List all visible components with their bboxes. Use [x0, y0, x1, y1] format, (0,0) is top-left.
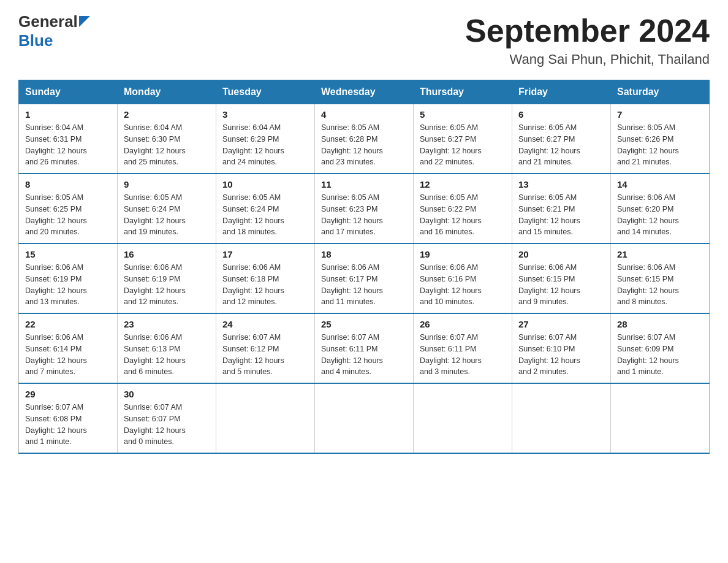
calendar-week-row: 1Sunrise: 6:04 AMSunset: 6:31 PMDaylight… — [19, 104, 710, 174]
day-number: 28 — [617, 319, 703, 329]
day-info: Sunrise: 6:06 AMSunset: 6:16 PMDaylight:… — [420, 262, 506, 308]
day-number: 17 — [222, 249, 308, 259]
day-number: 5 — [420, 109, 506, 120]
col-wednesday: Wednesday — [315, 80, 414, 104]
table-row: 24Sunrise: 6:07 AMSunset: 6:12 PMDayligh… — [216, 313, 315, 383]
day-number: 27 — [518, 319, 604, 329]
day-info: Sunrise: 6:05 AMSunset: 6:24 PMDaylight:… — [124, 192, 210, 238]
day-info: Sunrise: 6:07 AMSunset: 6:12 PMDaylight:… — [222, 332, 308, 378]
day-number: 19 — [420, 249, 506, 259]
day-number: 2 — [124, 109, 210, 120]
table-row: 4Sunrise: 6:05 AMSunset: 6:28 PMDaylight… — [315, 104, 414, 174]
table-row: 26Sunrise: 6:07 AMSunset: 6:11 PMDayligh… — [414, 313, 512, 383]
table-row: 8Sunrise: 6:05 AMSunset: 6:25 PMDaylight… — [19, 174, 118, 243]
svg-marker-0 — [79, 16, 90, 27]
day-info: Sunrise: 6:04 AMSunset: 6:30 PMDaylight:… — [124, 122, 210, 168]
col-friday: Friday — [512, 80, 611, 104]
day-number: 14 — [617, 179, 703, 190]
logo-triangle-icon — [79, 16, 90, 27]
day-info: Sunrise: 6:06 AMSunset: 6:18 PMDaylight:… — [222, 262, 308, 308]
calendar-week-row: 15Sunrise: 6:06 AMSunset: 6:19 PMDayligh… — [19, 243, 710, 313]
table-row: 16Sunrise: 6:06 AMSunset: 6:19 PMDayligh… — [118, 243, 216, 313]
table-row — [414, 383, 512, 453]
table-row: 23Sunrise: 6:06 AMSunset: 6:13 PMDayligh… — [118, 313, 216, 383]
day-info: Sunrise: 6:05 AMSunset: 6:27 PMDaylight:… — [518, 122, 604, 168]
day-info: Sunrise: 6:06 AMSunset: 6:13 PMDaylight:… — [124, 332, 210, 378]
day-info: Sunrise: 6:06 AMSunset: 6:19 PMDaylight:… — [25, 262, 111, 308]
table-row: 9Sunrise: 6:05 AMSunset: 6:24 PMDaylight… — [118, 174, 216, 243]
table-row: 11Sunrise: 6:05 AMSunset: 6:23 PMDayligh… — [315, 174, 414, 243]
table-row: 15Sunrise: 6:06 AMSunset: 6:19 PMDayligh… — [19, 243, 118, 313]
table-row: 21Sunrise: 6:06 AMSunset: 6:15 PMDayligh… — [611, 243, 710, 313]
day-info: Sunrise: 6:06 AMSunset: 6:15 PMDaylight:… — [518, 262, 604, 308]
day-number: 30 — [124, 389, 210, 399]
day-info: Sunrise: 6:05 AMSunset: 6:21 PMDaylight:… — [518, 192, 604, 238]
day-number: 9 — [124, 179, 210, 190]
logo: General Blue — [18, 12, 90, 50]
day-info: Sunrise: 6:05 AMSunset: 6:27 PMDaylight:… — [420, 122, 506, 168]
day-info: Sunrise: 6:05 AMSunset: 6:28 PMDaylight:… — [321, 122, 407, 168]
table-row — [216, 383, 315, 453]
table-row: 2Sunrise: 6:04 AMSunset: 6:30 PMDaylight… — [118, 104, 216, 174]
day-number: 29 — [25, 389, 111, 399]
day-info: Sunrise: 6:05 AMSunset: 6:26 PMDaylight:… — [617, 122, 703, 168]
table-row: 29Sunrise: 6:07 AMSunset: 6:08 PMDayligh… — [19, 383, 118, 453]
table-row: 25Sunrise: 6:07 AMSunset: 6:11 PMDayligh… — [315, 313, 414, 383]
table-row: 28Sunrise: 6:07 AMSunset: 6:09 PMDayligh… — [611, 313, 710, 383]
table-row — [512, 383, 611, 453]
col-sunday: Sunday — [19, 80, 118, 104]
day-info: Sunrise: 6:06 AMSunset: 6:19 PMDaylight:… — [124, 262, 210, 308]
col-monday: Monday — [118, 80, 216, 104]
day-number: 25 — [321, 319, 407, 329]
table-row: 17Sunrise: 6:06 AMSunset: 6:18 PMDayligh… — [216, 243, 315, 313]
table-row: 6Sunrise: 6:05 AMSunset: 6:27 PMDaylight… — [512, 104, 611, 174]
day-number: 3 — [222, 109, 308, 120]
calendar-week-row: 8Sunrise: 6:05 AMSunset: 6:25 PMDaylight… — [19, 174, 710, 243]
table-row: 1Sunrise: 6:04 AMSunset: 6:31 PMDaylight… — [19, 104, 118, 174]
table-row: 19Sunrise: 6:06 AMSunset: 6:16 PMDayligh… — [414, 243, 512, 313]
day-info: Sunrise: 6:07 AMSunset: 6:11 PMDaylight:… — [420, 332, 506, 378]
day-info: Sunrise: 6:07 AMSunset: 6:07 PMDaylight:… — [124, 402, 210, 448]
table-row: 13Sunrise: 6:05 AMSunset: 6:21 PMDayligh… — [512, 174, 611, 243]
calendar-subtitle: Wang Sai Phun, Phichit, Thailand — [465, 52, 710, 67]
day-info: Sunrise: 6:06 AMSunset: 6:15 PMDaylight:… — [617, 262, 703, 308]
table-row: 27Sunrise: 6:07 AMSunset: 6:10 PMDayligh… — [512, 313, 611, 383]
day-info: Sunrise: 6:05 AMSunset: 6:25 PMDaylight:… — [25, 192, 111, 238]
day-number: 10 — [222, 179, 308, 190]
day-info: Sunrise: 6:07 AMSunset: 6:11 PMDaylight:… — [321, 332, 407, 378]
table-row: 14Sunrise: 6:06 AMSunset: 6:20 PMDayligh… — [611, 174, 710, 243]
calendar-table: Sunday Monday Tuesday Wednesday Thursday… — [18, 80, 710, 454]
table-row: 7Sunrise: 6:05 AMSunset: 6:26 PMDaylight… — [611, 104, 710, 174]
calendar-header-row: Sunday Monday Tuesday Wednesday Thursday… — [19, 80, 710, 104]
day-number: 16 — [124, 249, 210, 259]
day-info: Sunrise: 6:04 AMSunset: 6:29 PMDaylight:… — [222, 122, 308, 168]
day-number: 18 — [321, 249, 407, 259]
table-row: 12Sunrise: 6:05 AMSunset: 6:22 PMDayligh… — [414, 174, 512, 243]
table-row: 5Sunrise: 6:05 AMSunset: 6:27 PMDaylight… — [414, 104, 512, 174]
table-row: 22Sunrise: 6:06 AMSunset: 6:14 PMDayligh… — [19, 313, 118, 383]
table-row: 10Sunrise: 6:05 AMSunset: 6:24 PMDayligh… — [216, 174, 315, 243]
table-row: 30Sunrise: 6:07 AMSunset: 6:07 PMDayligh… — [118, 383, 216, 453]
day-number: 13 — [518, 179, 604, 190]
table-row — [315, 383, 414, 453]
day-info: Sunrise: 6:06 AMSunset: 6:14 PMDaylight:… — [25, 332, 111, 378]
title-area: September 2024 Wang Sai Phun, Phichit, T… — [465, 12, 710, 67]
day-info: Sunrise: 6:05 AMSunset: 6:22 PMDaylight:… — [420, 192, 506, 238]
day-number: 20 — [518, 249, 604, 259]
col-saturday: Saturday — [611, 80, 710, 104]
logo-general: General — [18, 12, 78, 31]
day-number: 12 — [420, 179, 506, 190]
day-number: 21 — [617, 249, 703, 259]
calendar-title: September 2024 — [465, 12, 710, 49]
calendar-week-row: 29Sunrise: 6:07 AMSunset: 6:08 PMDayligh… — [19, 383, 710, 453]
col-tuesday: Tuesday — [216, 80, 315, 104]
table-row: 20Sunrise: 6:06 AMSunset: 6:15 PMDayligh… — [512, 243, 611, 313]
day-number: 8 — [25, 179, 111, 190]
col-thursday: Thursday — [414, 80, 512, 104]
day-info: Sunrise: 6:06 AMSunset: 6:17 PMDaylight:… — [321, 262, 407, 308]
day-info: Sunrise: 6:04 AMSunset: 6:31 PMDaylight:… — [25, 122, 111, 168]
day-number: 24 — [222, 319, 308, 329]
logo-blue: Blue — [18, 31, 53, 50]
calendar-week-row: 22Sunrise: 6:06 AMSunset: 6:14 PMDayligh… — [19, 313, 710, 383]
day-info: Sunrise: 6:07 AMSunset: 6:10 PMDaylight:… — [518, 332, 604, 378]
